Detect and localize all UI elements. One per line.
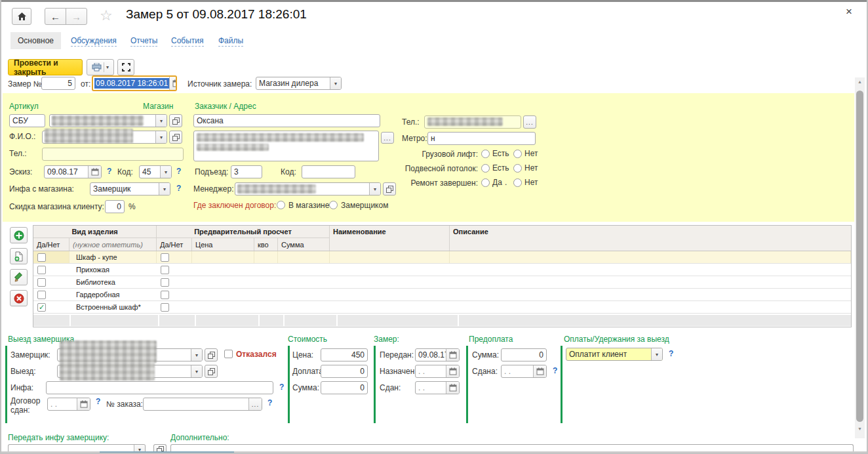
radio-repair-no[interactable] [513,178,522,187]
doc-date-input[interactable]: 09.08.2017 18:26:01 [92,75,177,91]
eskiz-help-icon[interactable]: ? [107,167,111,176]
row-select-checkbox[interactable] [33,264,69,276]
calendar-icon[interactable] [77,398,90,410]
order-help-icon[interactable]: ? [267,398,272,407]
post-and-close-button[interactable]: Провести и закрыть [8,59,83,75]
tel2-ellipsis-button[interactable]: ... [523,115,536,129]
contract-help-icon[interactable]: ? [96,397,100,406]
table-row[interactable]: Шкаф - купе [33,251,851,264]
row-precalc-checkbox[interactable] [157,289,192,300]
open-shop-icon[interactable] [169,114,182,127]
metro-input[interactable]: н [427,132,536,145]
edit-row-button[interactable] [10,269,28,285]
payments-select[interactable]: Оплатит клиент ▾ [566,348,663,361]
shop-info-help-icon[interactable]: ? [176,184,181,193]
back-button[interactable]: ← [45,8,66,25]
chevron-down-icon[interactable]: ▾ [159,183,170,195]
prepay-sum-input[interactable]: 0 [501,348,547,361]
refused-checkbox[interactable] [224,350,233,358]
open-measurer-icon[interactable] [205,348,218,361]
customer-input[interactable]: Оксана [193,114,380,127]
open-fio-icon[interactable] [169,131,182,144]
delete-row-button[interactable] [10,290,28,306]
favorite-star-icon[interactable]: ☆ [100,7,113,24]
forward-button[interactable]: → [66,8,87,25]
close-icon[interactable]: × [846,5,852,18]
row-select-checkbox[interactable] [33,289,69,300]
cost-sum-input[interactable]: 0 [321,381,368,394]
radio-contract-shop[interactable] [277,201,285,209]
row-precalc-checkbox[interactable] [157,301,192,313]
row-precalc-checkbox[interactable] [157,276,192,288]
scroll-down-icon[interactable]: ▼ [855,426,865,431]
table-row[interactable]: Гардеробная [33,289,851,301]
calendar-icon[interactable] [533,365,546,377]
tel-input[interactable] [42,148,184,161]
chevron-down-icon[interactable]: ▾ [191,365,202,377]
home-button[interactable] [12,8,31,25]
fullscreen-button[interactable] [117,59,134,75]
scrollbar-thumb[interactable] [856,91,863,422]
add-row-button[interactable] [10,227,28,243]
chevron-down-icon[interactable]: ▾ [369,183,380,195]
info-input[interactable] [46,381,273,394]
tab-discussions[interactable]: Обсуждения [71,36,117,47]
kod-select[interactable]: 45 ▾ [139,165,172,178]
payments-help-icon[interactable]: ? [669,349,673,358]
source-select[interactable]: Магазин дилера ▾ [256,77,342,90]
discount-input[interactable]: 0 [105,200,125,213]
chevron-down-icon[interactable]: ▾ [155,131,167,143]
chevron-down-icon[interactable]: ▾ [155,115,167,127]
print-button[interactable]: ▾ [87,59,114,75]
prepay-date-input[interactable]: . . [501,365,547,378]
radio-lift-yes[interactable] [481,150,490,158]
radio-repair-yes[interactable] [481,178,490,187]
transferred-date-input[interactable]: 09.08.17 [415,348,460,361]
doc-number-input[interactable]: 5 [41,77,75,90]
articul-prefix-input[interactable]: СБУ [9,114,45,127]
tab-events[interactable]: События [171,36,204,47]
tab-reports[interactable]: Отчеты [130,36,157,47]
eskiz-date-input[interactable]: 09.08.17 [44,165,102,178]
table-row[interactable]: Прихожая [33,264,851,276]
calendar-icon[interactable] [446,365,459,377]
radio-contract-measurer[interactable] [329,201,338,209]
contract-date-input[interactable]: . . [47,398,90,411]
chevron-down-icon[interactable]: ▾ [191,349,202,361]
row-select-checkbox[interactable] [33,276,69,288]
prepay-help-icon[interactable]: ? [553,366,557,375]
kod-help-icon[interactable]: ? [176,167,181,176]
order-ellipsis-button[interactable]: ... [248,398,262,410]
row-precalc-checkbox[interactable] [157,264,192,276]
calendar-icon[interactable] [446,349,459,361]
radio-ceiling-no[interactable] [513,164,522,173]
radio-lift-no[interactable] [513,150,522,158]
entrance-input[interactable]: 3 [231,165,262,178]
row-select-checkbox[interactable]: ✓ [33,301,69,313]
shop-info-select[interactable]: Замерщик ▾ [90,182,170,196]
info-help-icon[interactable]: ? [279,382,284,392]
door-code-input[interactable] [302,165,355,178]
chevron-down-icon[interactable]: ▾ [160,166,171,178]
table-row[interactable]: ✓Встроенный шкаф* [33,301,851,314]
tab-files[interactable]: Файлы [218,36,243,47]
order-number-input[interactable]: ... [143,398,262,411]
surcharge-input[interactable]: 0 [321,365,368,378]
address-ellipsis-button[interactable]: ... [381,132,394,144]
radio-ceiling-yes[interactable] [481,164,490,173]
row-precalc-checkbox[interactable] [157,251,192,263]
scheduled-date-input[interactable]: . . [415,365,460,378]
calendar-icon[interactable] [88,166,101,178]
price-input[interactable]: 450 [321,348,368,361]
scroll-up-icon[interactable]: ▲ [855,79,865,84]
open-manager-icon[interactable] [383,182,396,196]
submitted-date-input[interactable]: . . [415,381,460,394]
chevron-down-icon[interactable]: ▾ [651,348,662,360]
calendar-icon[interactable] [169,77,177,90]
copy-row-button[interactable] [10,248,28,264]
table-row[interactable]: Библиотека [33,276,851,289]
open-trip-icon[interactable] [205,365,218,378]
chevron-down-icon[interactable]: ▾ [330,77,341,89]
calendar-icon[interactable] [446,382,459,394]
tab-main[interactable]: Основное [10,32,61,49]
